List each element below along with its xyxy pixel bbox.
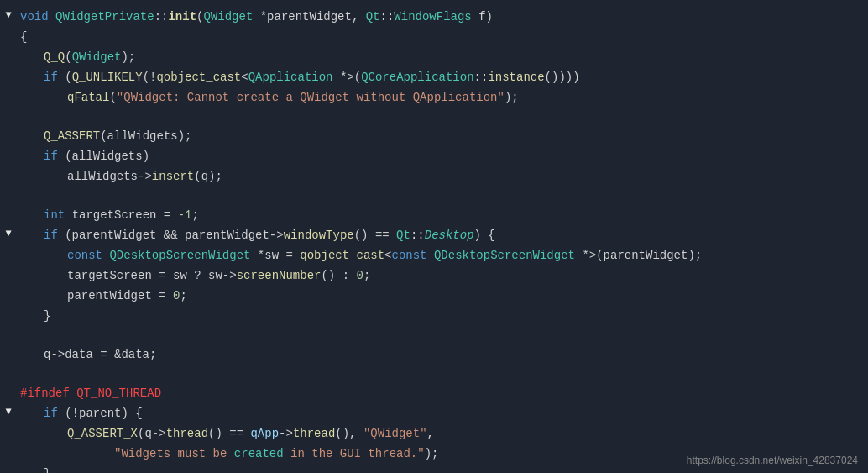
fold-arrow-12[interactable]: ▼ [0,226,17,239]
code-line-17 [0,326,868,344]
fold-arrow-4 [0,68,17,70]
line-content-2: { [17,28,868,46]
line-content-16: } [17,307,868,325]
fold-arrow-10 [0,187,17,189]
code-line-11: int targetScreen = -1; [0,205,868,225]
code-line-1: ▼ void QWidgetPrivate::init(QWidget *par… [0,7,868,27]
fold-arrow-21[interactable]: ▼ [0,404,17,418]
line-content-21: if (!parent) { [17,404,868,423]
line-content-1: void QWidgetPrivate::init(QWidget *paren… [17,8,868,26]
code-line-22: Q_ASSERT_X(q->thread() == qApp->thread()… [0,423,868,444]
fold-arrow-14 [0,266,17,268]
code-line-18: q->data = &data; [0,344,868,365]
fold-arrow-1[interactable]: ▼ [0,8,17,21]
fold-arrow-5 [0,88,17,90]
code-line-19 [0,365,868,383]
fold-arrow-7 [0,127,17,129]
fold-arrow-3 [0,48,17,50]
line-content-5: qFatal("QWidget: Cannot create a QWidget… [17,88,868,107]
line-content-14: targetScreen = sw ? sw->screenNumber() :… [17,266,868,285]
code-line-6 [0,108,868,126]
code-line-2: { [0,27,868,47]
line-content-9: allWidgets->insert(q); [17,167,868,186]
watermark: https://blog.csdn.net/weixin_42837024 [687,455,858,466]
code-line-4: if (Q_UNLIKELY(!qobject_cast<QApplicatio… [0,67,868,87]
code-line-13: const QDesktopScreenWidget *sw = qobject… [0,245,868,265]
line-content-15: parentWidget = 0; [17,286,868,305]
fold-arrow-19 [0,365,17,367]
code-line-15: parentWidget = 0; [0,286,868,306]
code-line-3: Q_Q(QWidget); [0,47,868,67]
line-content-22: Q_ASSERT_X(q->thread() == qApp->thread()… [17,424,868,443]
fold-arrow-9 [0,167,17,169]
fold-arrow-13 [0,246,17,248]
code-line-20: #ifndef QT_NO_THREAD [0,383,868,403]
fold-arrow-16 [0,307,17,308]
fold-arrow-6 [0,108,17,110]
line-content-7: Q_ASSERT(allWidgets); [17,127,868,145]
code-line-10 [0,187,868,205]
line-content-18: q->data = &data; [17,345,868,364]
line-content-4: if (Q_UNLIKELY(!qobject_cast<QApplicatio… [17,68,868,87]
fold-arrow-22 [0,424,17,426]
code-line-7: Q_ASSERT(allWidgets); [0,126,868,146]
code-container: ▼ void QWidgetPrivate::init(QWidget *par… [0,0,868,473]
line-content-20: #ifndef QT_NO_THREAD [17,384,868,402]
fold-arrow-8 [0,147,17,149]
line-content-13: const QDesktopScreenWidget *sw = qobject… [17,246,868,265]
line-content-8: if (allWidgets) [17,147,868,166]
fold-arrow-18 [0,345,17,347]
line-content-3: Q_Q(QWidget); [17,48,868,66]
fold-arrow-2 [0,28,17,29]
code-line-8: if (allWidgets) [0,146,868,166]
fold-arrow-20 [0,384,17,386]
code-line-12: ▼ if (parentWidget && parentWidget->wind… [0,225,868,245]
fold-arrow-23 [0,444,17,446]
line-content-11: int targetScreen = -1; [17,206,868,224]
code-line-16: } [0,306,868,326]
code-line-14: targetScreen = sw ? sw->screenNumber() :… [0,265,868,286]
fold-arrow-17 [0,327,17,328]
code-line-9: allWidgets->insert(q); [0,166,868,187]
line-content-12: if (parentWidget && parentWidget->window… [17,226,868,244]
fold-arrow-24 [0,465,17,466]
fold-arrow-15 [0,286,17,288]
fold-arrow-11 [0,206,17,208]
code-line-5: qFatal("QWidget: Cannot create a QWidget… [0,87,868,108]
code-line-21: ▼ if (!parent) { [0,403,868,423]
